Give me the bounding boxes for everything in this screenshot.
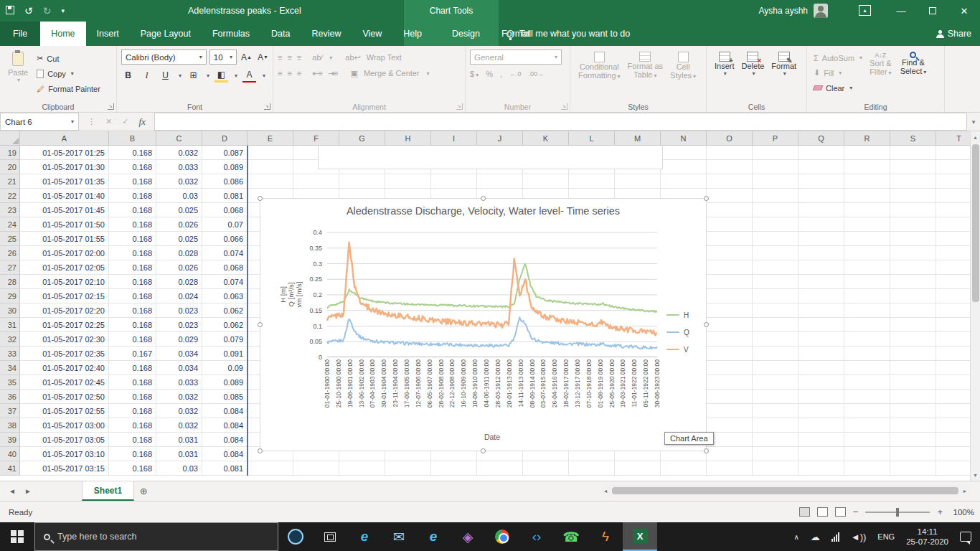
name-box[interactable]: Chart 6 ▾ xyxy=(0,113,79,131)
cell[interactable] xyxy=(753,318,798,332)
tab-design[interactable]: Design xyxy=(441,22,491,46)
cell[interactable]: 0.086 xyxy=(202,174,248,189)
cell[interactable] xyxy=(707,260,753,275)
row-header-35[interactable]: 35 xyxy=(0,375,20,390)
cell[interactable]: 0.062 xyxy=(202,303,248,318)
normal-view-icon[interactable] xyxy=(799,507,810,517)
cell[interactable] xyxy=(339,461,385,476)
font-color-icon[interactable]: A xyxy=(242,68,256,83)
cell[interactable] xyxy=(477,461,523,476)
column-header-P[interactable]: P xyxy=(753,131,798,146)
column-header-E[interactable]: E xyxy=(248,131,293,146)
cell[interactable] xyxy=(707,318,753,332)
cell[interactable] xyxy=(707,361,753,375)
vertical-scroll-thumb[interactable] xyxy=(972,144,979,302)
cell[interactable]: 01-05-2017 02:10 xyxy=(20,275,109,289)
horizontal-scroll-thumb[interactable] xyxy=(612,487,958,494)
row-header-24[interactable]: 24 xyxy=(0,217,20,232)
cell[interactable] xyxy=(844,433,890,447)
cell[interactable] xyxy=(798,174,844,189)
column-header-B[interactable]: B xyxy=(109,131,156,146)
column-header-F[interactable]: F xyxy=(293,131,339,146)
cell[interactable] xyxy=(753,418,798,433)
cell[interactable] xyxy=(936,361,970,375)
taskbar-app-chrome[interactable] xyxy=(485,522,519,551)
bold-button[interactable]: B xyxy=(121,68,135,83)
sheet-nav-left-icon[interactable]: ◄ xyxy=(9,487,16,495)
cell[interactable] xyxy=(936,418,970,433)
cell[interactable] xyxy=(798,433,844,447)
cell[interactable] xyxy=(798,232,844,246)
cell[interactable] xyxy=(798,203,844,217)
decrease-indent-icon[interactable]: ⇤≡ xyxy=(312,69,322,78)
column-header-C[interactable]: C xyxy=(156,131,202,146)
cell[interactable] xyxy=(890,375,936,390)
format-painter-button[interactable]: 🖉Format Painter xyxy=(34,81,103,96)
taskbar-app-internet-explorer[interactable]: e xyxy=(416,522,451,551)
cell[interactable] xyxy=(798,390,844,404)
row-header-21[interactable]: 21 xyxy=(0,174,20,189)
column-header-M[interactable]: M xyxy=(615,131,661,146)
onedrive-icon[interactable]: ☁ xyxy=(811,532,820,542)
horizontal-scrollbar[interactable]: ◄ ► xyxy=(600,485,970,496)
cell[interactable]: 0.032 xyxy=(156,174,202,189)
format-cells-button[interactable]: ✎ Format▾ xyxy=(768,50,800,100)
cell[interactable]: 01-05-2017 02:20 xyxy=(20,303,109,318)
minimize-button[interactable]: — xyxy=(885,0,917,22)
start-button[interactable] xyxy=(0,522,34,551)
cell[interactable]: 0.09 xyxy=(202,361,248,375)
cell[interactable]: 0.074 xyxy=(202,246,248,260)
cell[interactable]: 0.062 xyxy=(202,318,248,332)
save-icon[interactable] xyxy=(6,5,14,17)
cell[interactable]: 0.068 xyxy=(202,260,248,275)
cell[interactable]: 01-05-2017 01:55 xyxy=(20,232,109,246)
cell[interactable] xyxy=(844,375,890,390)
cell[interactable] xyxy=(798,418,844,433)
cell[interactable]: 0.025 xyxy=(156,232,202,246)
column-header-S[interactable]: S xyxy=(890,131,936,146)
cell[interactable] xyxy=(844,189,890,203)
cell[interactable] xyxy=(936,289,970,303)
cancel-icon[interactable]: ✕ xyxy=(105,117,112,126)
account-area[interactable]: Aysha ayshh xyxy=(759,0,829,22)
legend-item-H[interactable]: H xyxy=(666,306,689,324)
plot-area[interactable] xyxy=(327,232,657,357)
tab-formulas[interactable]: Formulas xyxy=(202,22,260,46)
cell[interactable] xyxy=(798,375,844,390)
column-header-D[interactable]: D xyxy=(202,131,248,146)
cell[interactable]: 01-05-2017 01:50 xyxy=(20,217,109,232)
cell[interactable]: 0.168 xyxy=(109,447,156,461)
cell[interactable] xyxy=(844,447,890,461)
cell[interactable]: 0.03 xyxy=(156,461,202,476)
cell[interactable] xyxy=(844,289,890,303)
insert-cells-button[interactable]: + Insert▾ xyxy=(711,50,738,100)
cell[interactable] xyxy=(707,160,753,174)
cell[interactable] xyxy=(661,146,707,160)
clipboard-dialog-launcher-icon[interactable]: ↘ xyxy=(108,103,114,110)
cell[interactable] xyxy=(753,217,798,232)
column-header-Q[interactable]: Q xyxy=(798,131,844,146)
cell[interactable] xyxy=(431,461,477,476)
cell[interactable] xyxy=(707,289,753,303)
cell[interactable]: 01-05-2017 02:40 xyxy=(20,361,109,375)
column-header-J[interactable]: J xyxy=(477,131,523,146)
cell[interactable] xyxy=(753,203,798,217)
cell[interactable]: 01-05-2017 01:45 xyxy=(20,203,109,217)
cell[interactable] xyxy=(844,160,890,174)
page-break-view-icon[interactable] xyxy=(835,507,846,517)
x-axis-title[interactable]: Date xyxy=(327,433,657,441)
cell[interactable] xyxy=(936,160,970,174)
cell[interactable] xyxy=(753,303,798,318)
enter-icon[interactable]: ✓ xyxy=(122,117,128,126)
cell[interactable] xyxy=(753,275,798,289)
taskbar-app-visual-studio[interactable]: ◈ xyxy=(451,522,485,551)
cell[interactable]: 0.079 xyxy=(202,332,248,347)
cell[interactable] xyxy=(707,461,753,476)
cell[interactable] xyxy=(936,203,970,217)
row-header-33[interactable]: 33 xyxy=(0,347,20,361)
cell[interactable] xyxy=(890,361,936,375)
cell[interactable]: 0.168 xyxy=(109,146,156,160)
zoom-slider[interactable] xyxy=(865,512,930,513)
chart-selection-handle[interactable] xyxy=(704,448,709,453)
italic-button[interactable]: I xyxy=(140,68,154,83)
